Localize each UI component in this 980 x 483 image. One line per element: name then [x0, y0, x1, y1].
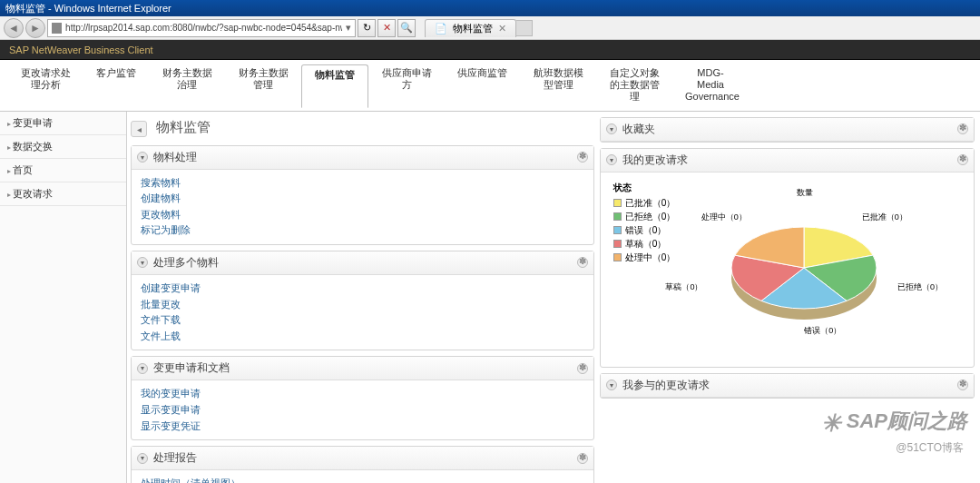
sidebar-item[interactable]: 数据交换	[0, 135, 126, 159]
panel: ▾处理多个物料创建变更申请批量更改文件下载文件上载	[131, 251, 594, 350]
pie-canvas: 数量已批准（0）已拒绝（0）错误（0）草稿（0）处理中（0）	[686, 182, 922, 354]
panel-body: 处理时间（清单视图）处理时间（图形视图）状态报告（清单视图）	[132, 470, 593, 483]
panel-header: ▾变更申请和文档	[132, 357, 593, 380]
panel-body: 搜索物料创建物料更改物料标记为删除	[132, 170, 593, 244]
panel-body: 创建变更申请批量更改文件下载文件上载	[132, 275, 593, 350]
topnav-tab[interactable]: MDG-Media Governance	[672, 64, 749, 107]
close-tab-icon[interactable]: ✕	[498, 23, 506, 34]
topnav-tab[interactable]: 航班数据模型管理	[520, 64, 596, 107]
panel-link[interactable]: 更改物料	[141, 207, 584, 223]
panel-link[interactable]: 我的变更申请	[141, 386, 584, 402]
legend-header: 状态	[613, 182, 676, 194]
top-navigation: 更改请求处理分析客户监管财务主数据治理财务主数据管理物料监管供应商申请方供应商监…	[0, 60, 980, 112]
collapse-icon[interactable]: ▾	[137, 363, 148, 374]
collapse-icon[interactable]: ▾	[606, 380, 617, 390]
url-field-wrapper[interactable]: ▾	[47, 19, 356, 37]
panel-header: ▾物料处理	[132, 146, 593, 170]
chart-top-label: 数量	[797, 187, 813, 199]
legend-swatch	[613, 212, 622, 221]
sap-brand-bar: SAP NetWeaver Business Client	[0, 40, 980, 60]
back-button[interactable]: ◄	[4, 18, 24, 38]
forward-button[interactable]: ►	[25, 18, 45, 38]
panel-link[interactable]: 处理时间（清单视图）	[141, 476, 584, 483]
gear-icon[interactable]	[957, 380, 968, 390]
collapse-icon[interactable]: ▾	[137, 152, 148, 163]
sidebar: 变更申请数据交换首页更改请求	[0, 112, 127, 483]
gear-icon[interactable]	[577, 152, 588, 163]
legend-swatch	[613, 253, 622, 261]
panel: ▾物料处理搜索物料创建物料更改物料标记为删除	[131, 145, 594, 245]
panel-title: 我参与的更改请求	[622, 378, 710, 393]
new-tab-button[interactable]	[516, 20, 533, 36]
topnav-tab[interactable]: 供应商申请方	[368, 64, 445, 107]
slice-label: 已批准（0）	[862, 212, 907, 223]
browser-tab[interactable]: 📄 物料监管 ✕	[425, 19, 516, 37]
topnav-tab[interactable]: 财务主数据治理	[149, 64, 225, 107]
collapse-icon[interactable]: ▾	[137, 453, 148, 464]
main-area: 变更申请数据交换首页更改请求 ◂ 物料监管 ▾物料处理搜索物料创建物料更改物料标…	[0, 112, 980, 483]
panel-link[interactable]: 显示变更申请	[141, 402, 584, 419]
panel-title: 收藏夹	[622, 122, 655, 137]
panel-header: ▾处理多个物料	[132, 251, 593, 275]
gear-icon[interactable]	[577, 453, 588, 464]
topnav-tab[interactable]: 更改请求处理分析	[7, 64, 83, 107]
panel: ▾处理报告处理时间（清单视图）处理时间（图形视图）状态报告（清单视图）	[131, 446, 594, 483]
legend-label: 已拒绝（0）	[625, 210, 676, 223]
panel: ▾我的更改请求状态已批准（0）已拒绝（0）错误（0）草稿（0）处理中（0）数量已…	[600, 148, 975, 368]
panel-link[interactable]: 创建物料	[141, 191, 584, 207]
collapse-icon[interactable]: ▾	[137, 257, 148, 268]
legend-label: 草稿（0）	[625, 237, 667, 251]
panel-link[interactable]: 创建变更申请	[141, 281, 584, 297]
stop-button[interactable]: ✕	[377, 19, 396, 37]
topnav-tab[interactable]: 财务主数据管理	[225, 64, 301, 107]
sidebar-item[interactable]: 变更申请	[0, 112, 126, 135]
topnav-tab[interactable]: 物料监管	[301, 64, 368, 108]
legend-row: 已拒绝（0）	[613, 210, 676, 223]
panel-link[interactable]: 批量更改	[141, 297, 584, 313]
panel-title: 我的更改请求	[622, 153, 688, 168]
topnav-tab[interactable]: 客户监管	[83, 64, 149, 107]
legend-row: 错误（0）	[613, 223, 676, 237]
chart-legend: 状态已批准（0）已拒绝（0）错误（0）草稿（0）处理中（0）	[613, 182, 676, 264]
legend-swatch	[613, 199, 622, 207]
panel-body: 我的变更申请显示变更申请显示变更凭证	[132, 380, 593, 439]
pie-chart: 状态已批准（0）已拒绝（0）错误（0）草稿（0）处理中（0）数量已批准（0）已拒…	[610, 178, 965, 361]
legend-swatch	[613, 226, 622, 234]
panel-link[interactable]: 文件上载	[141, 329, 584, 345]
panel: ▾我参与的更改请求	[600, 373, 975, 399]
panel: ▾变更申请和文档我的变更申请显示变更申请显示变更凭证	[131, 356, 594, 440]
panel-header: ▾处理报告	[132, 447, 593, 470]
panel-header: ▾我参与的更改请求	[601, 374, 974, 398]
gear-icon[interactable]	[957, 123, 968, 134]
panel-link[interactable]: 标记为删除	[141, 222, 584, 239]
address-bar: ◄ ► ▾ ↻ ✕ 🔍 📄 物料监管 ✕	[0, 16, 980, 40]
panel-link[interactable]: 显示变更凭证	[141, 419, 584, 435]
legend-row: 草稿（0）	[613, 237, 676, 251]
window-title-bar: 物料监管 - Windows Internet Explorer	[0, 0, 980, 16]
site-favicon	[52, 23, 62, 34]
search-provider-icon[interactable]: 🔍	[397, 19, 416, 37]
refresh-button[interactable]: ↻	[358, 19, 376, 37]
collapse-icon[interactable]: ▾	[606, 154, 617, 165]
gear-icon[interactable]	[577, 363, 588, 374]
topnav-tab[interactable]: 自定义对象的主数据管理	[596, 64, 672, 107]
slice-label: 错误（0）	[804, 325, 841, 337]
panel-header: ▾我的更改请求	[601, 149, 974, 172]
panel-title: 变更申请和文档	[153, 360, 230, 376]
sidebar-item[interactable]: 首页	[0, 159, 126, 182]
url-input[interactable]	[65, 23, 342, 33]
panel-link[interactable]: 搜索物料	[141, 175, 584, 192]
sidebar-item[interactable]: 更改请求	[0, 182, 126, 206]
legend-row: 处理中（0）	[613, 251, 676, 264]
panel-link[interactable]: 文件下载	[141, 312, 584, 329]
gear-icon[interactable]	[957, 154, 968, 165]
topnav-tab[interactable]: 供应商监管	[445, 64, 520, 107]
panel-title: 处理报告	[153, 450, 197, 466]
legend-label: 已批准（0）	[625, 196, 676, 210]
gear-icon[interactable]	[577, 257, 588, 268]
history-back-icon[interactable]: ◂	[131, 121, 147, 137]
chevron-down-icon[interactable]: ▾	[346, 22, 351, 34]
panel-title: 物料处理	[153, 150, 197, 165]
collapse-icon[interactable]: ▾	[606, 123, 617, 134]
legend-label: 错误（0）	[625, 223, 667, 237]
